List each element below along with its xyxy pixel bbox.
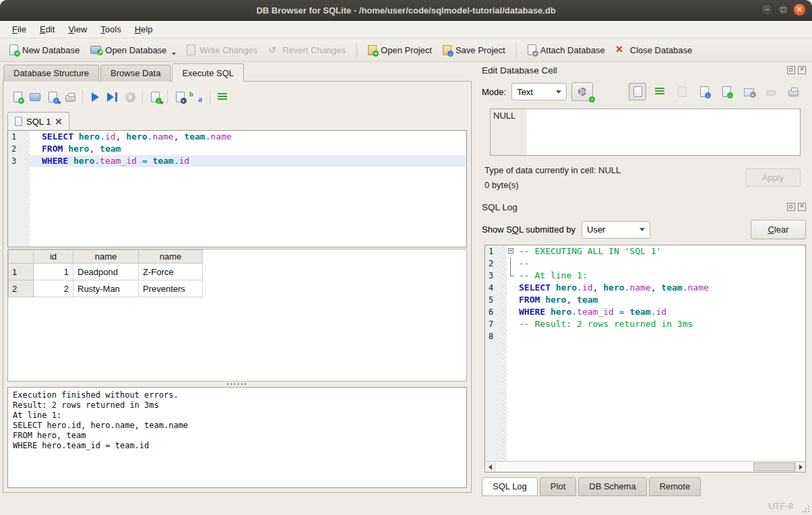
chevron-down-icon[interactable] [172, 53, 176, 55]
save-project-button[interactable]: ↓Save Project [437, 42, 511, 58]
resize-grip[interactable] [801, 504, 809, 512]
line-number: 6 [485, 306, 501, 318]
line-number: 7 [485, 318, 501, 330]
line-text: SELECT hero.id, hero.name, team.name [39, 131, 466, 143]
print-button[interactable] [784, 83, 802, 100]
sql-token: -- [519, 258, 530, 268]
close-panel-icon[interactable] [798, 203, 806, 211]
table-cell[interactable]: Rusty-Man [73, 280, 139, 297]
write-changes-button[interactable]: Write Changes [181, 42, 263, 58]
menu-file[interactable]: File [5, 22, 33, 37]
column-header-id[interactable]: id [34, 250, 73, 264]
encoding-status: UTF-8 [768, 501, 793, 511]
tab-database-structure[interactable]: Database Structure [3, 65, 99, 82]
dock-tab-db-schema[interactable]: DB Schema [578, 477, 646, 496]
table-cell[interactable]: Preventers [139, 280, 203, 297]
text-mode-icon [633, 86, 642, 97]
execute-all-button[interactable] [86, 88, 104, 106]
execute-current-line-button[interactable] [104, 88, 121, 106]
float-panel-icon[interactable] [787, 66, 795, 74]
sql-token [614, 307, 619, 317]
open-sql-file-button[interactable] [26, 88, 44, 106]
word-wrap-button[interactable] [651, 83, 668, 100]
revert-changes-button[interactable]: Revert Changes [263, 42, 351, 58]
set-null-button[interactable] [762, 83, 780, 100]
fold-marker [30, 155, 39, 167]
menu-edit[interactable]: Edit [33, 22, 61, 37]
stop-button[interactable] [121, 88, 139, 106]
export-button[interactable]: → [718, 83, 735, 100]
scrollbar-track[interactable] [495, 462, 796, 472]
close-button[interactable]: × [793, 3, 806, 16]
tab-execute-sql[interactable]: Execute SQL [172, 63, 244, 82]
clear-log-button[interactable]: Clear [751, 220, 806, 239]
auto-apply-button[interactable]: › [571, 82, 593, 101]
close-tab-icon[interactable]: ✕ [55, 117, 62, 127]
sql-tab[interactable]: SQL 1 ✕ [7, 112, 69, 130]
word-wrap-button[interactable] [214, 88, 231, 106]
find-button[interactable]: • [171, 88, 189, 106]
open-project-button[interactable]: +Open Project [363, 42, 437, 58]
row-header-cell[interactable]: 1 [9, 264, 34, 280]
save-sql-file-button[interactable]: ↓ [44, 88, 61, 106]
fold-margin [501, 270, 507, 282]
maximize-button[interactable]: □ [777, 3, 790, 16]
float-panel-icon[interactable] [787, 203, 795, 211]
sql-token [68, 156, 73, 166]
print-button[interactable] [61, 88, 79, 106]
table-cell[interactable]: Z-Force [139, 264, 203, 280]
table-cell[interactable]: 2 [34, 280, 73, 297]
fold-marker-icon[interactable] [507, 245, 516, 258]
badge-icon: → [727, 92, 733, 98]
submitter-combobox[interactable]: User [582, 221, 650, 239]
image-button[interactable]: • [740, 83, 757, 100]
row-header-cell[interactable]: 2 [9, 280, 34, 297]
mode-combobox[interactable]: Text [511, 83, 567, 100]
menu-help[interactable]: Help [128, 22, 160, 37]
open-database-button[interactable]: ↗Open Database [85, 42, 181, 58]
corner-header-cell[interactable] [9, 250, 34, 264]
scroll-left-icon[interactable] [485, 462, 495, 472]
table-cell[interactable]: Deadpond [73, 264, 139, 280]
dock-tab-sql-log[interactable]: SQL Log [482, 477, 538, 496]
sql-token [63, 144, 68, 154]
sql-token: -- Result: 2 rows returned in 3ms [519, 319, 693, 329]
attach-database-button[interactable]: •Attach Database [522, 42, 611, 58]
horizontal-scrollbar[interactable] [485, 461, 805, 472]
open-file-icon [678, 86, 687, 97]
format-sql-button[interactable] [189, 88, 206, 106]
execute-sql-panel: +↓↓• SQL 1 ✕ 1SELECT hero.id, hero.name,… [3, 81, 472, 493]
close-panel-icon[interactable] [798, 66, 806, 74]
chevron-down-icon[interactable] [160, 102, 164, 104]
apply-button[interactable]: Apply [745, 169, 801, 187]
close-database-button[interactable]: Close Database [611, 42, 698, 58]
dock-tab-plot[interactable]: Plot [540, 477, 576, 496]
scroll-right-icon[interactable] [796, 462, 805, 472]
new-database-button[interactable]: +New Database [4, 42, 85, 58]
sql-editor[interactable]: 1SELECT hero.id, hero.name, team.name2FR… [7, 130, 467, 247]
sql-token: FROM [42, 144, 63, 154]
cell-value-editor[interactable]: NULL [490, 109, 801, 156]
open-file-button[interactable] [673, 83, 691, 100]
execution-status-log[interactable]: Execution finished without errors.Result… [7, 387, 467, 488]
sql-log-view[interactable]: 1-- EXECUTING ALL IN 'SQL 1'2--3-- At li… [485, 245, 806, 473]
table-cell[interactable]: 1 [34, 264, 73, 280]
scrollbar-thumb[interactable] [753, 462, 795, 471]
text-mode-button[interactable] [629, 83, 646, 100]
new-sql-tab-button[interactable]: + [9, 88, 26, 106]
minimize-button[interactable]: − [761, 3, 774, 16]
tab-browse-data[interactable]: Browse Data [100, 65, 170, 82]
sql-token [73, 131, 79, 142]
exec-log-line: Execution finished without errors. [13, 390, 462, 400]
column-header-name[interactable]: name [139, 250, 203, 264]
save-as-button[interactable]: ↓ [695, 83, 713, 100]
dock-tab-remote[interactable]: Remote [649, 477, 701, 496]
export-results-button[interactable]: ↓ [146, 88, 164, 106]
fold-marker-icon [507, 258, 516, 270]
editor-line: 1SELECT hero.id, hero.name, team.name [8, 131, 466, 143]
menu-tools[interactable]: Tools [94, 22, 127, 37]
apply-button-label: Apply [762, 173, 784, 183]
column-header-name[interactable]: name [73, 250, 139, 264]
menu-view[interactable]: View [61, 22, 94, 37]
splitter-handle[interactable]: •••••• [7, 382, 467, 387]
